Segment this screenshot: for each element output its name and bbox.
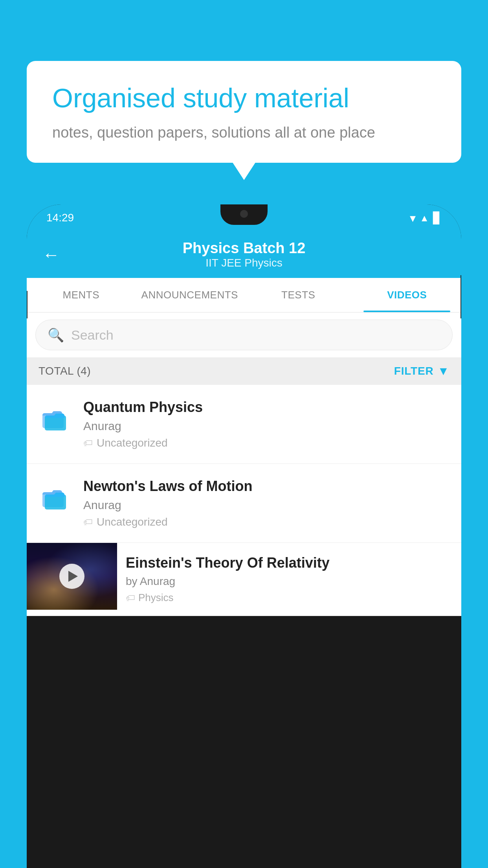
- tabs-bar: MENTS ANNOUNCEMENTS TESTS VIDEOS: [27, 278, 461, 313]
- phone-screen: 14:29 ← Physics Batch 12 IIT JEE Physics…: [27, 204, 461, 868]
- status-icons: [410, 211, 442, 225]
- folder-icon-quantum: [38, 401, 72, 436]
- search-bar[interactable]: 🔍 Search: [35, 320, 453, 350]
- speech-bubble-subtext: notes, question papers, solutions all at…: [52, 124, 436, 141]
- speech-bubble-heading: Organised study material: [52, 83, 436, 113]
- item-author-quantum: Anurag: [83, 419, 450, 433]
- phone-frame: 14:29 ← Physics Batch 12 IIT JEE Physics…: [27, 204, 461, 868]
- search-bar-wrapper: 🔍 Search: [27, 313, 461, 357]
- search-input[interactable]: Search: [71, 327, 114, 343]
- video-author-einstein: by Anurag: [126, 575, 453, 588]
- filter-row: TOTAL (4) FILTER ▼: [27, 357, 461, 385]
- phone-notch: [220, 204, 268, 225]
- speech-bubble: Organised study material notes, question…: [27, 61, 461, 163]
- total-count-label: TOTAL (4): [39, 365, 91, 377]
- item-content-newton: Newton's Laws of Motion Anurag 🏷 Uncateg…: [83, 478, 450, 528]
- list-item[interactable]: Quantum Physics Anurag 🏷 Uncategorized: [27, 385, 461, 464]
- item-tag-newton: 🏷 Uncategorized: [83, 516, 450, 528]
- status-time: 14:29: [46, 211, 74, 224]
- item-title-newton: Newton's Laws of Motion: [83, 478, 450, 495]
- filter-button[interactable]: FILTER ▼: [394, 364, 449, 378]
- video-title-einstein: Einstein's Theory Of Relativity: [126, 555, 453, 571]
- batch-name: Physics Batch 12: [72, 240, 416, 257]
- signal-icon: [420, 211, 429, 224]
- filter-icon: ▼: [438, 364, 450, 378]
- front-camera: [240, 210, 248, 218]
- item-author-newton: Anurag: [83, 498, 450, 512]
- folder-icon-newton: [38, 480, 72, 515]
- video-tag-label-einstein: Physics: [138, 592, 174, 604]
- tag-icon: 🏷: [83, 517, 93, 528]
- video-thumbnail-einstein: [27, 543, 117, 610]
- item-tag-quantum: 🏷 Uncategorized: [83, 437, 450, 449]
- tab-tests[interactable]: TESTS: [244, 278, 353, 312]
- video-list: Quantum Physics Anurag 🏷 Uncategorized: [27, 385, 461, 616]
- list-item[interactable]: Newton's Laws of Motion Anurag 🏷 Uncateg…: [27, 464, 461, 543]
- video-content-einstein: Einstein's Theory Of Relativity by Anura…: [117, 543, 461, 616]
- tag-icon: 🏷: [83, 438, 93, 449]
- tab-videos[interactable]: VIDEOS: [353, 278, 462, 312]
- video-list-item[interactable]: Einstein's Theory Of Relativity by Anura…: [27, 543, 461, 616]
- item-title-quantum: Quantum Physics: [83, 399, 450, 416]
- batch-subtitle: IIT JEE Physics: [72, 257, 416, 269]
- app-bar-title: Physics Batch 12 IIT JEE Physics: [72, 240, 416, 269]
- tag-label-quantum: Uncategorized: [97, 437, 168, 449]
- tag-icon: 🏷: [126, 592, 135, 603]
- filter-label: FILTER: [394, 365, 434, 377]
- tab-ments[interactable]: MENTS: [27, 278, 136, 312]
- wifi-icon: [410, 211, 416, 225]
- search-icon: 🔍: [48, 327, 64, 343]
- tab-announcements[interactable]: ANNOUNCEMENTS: [136, 278, 244, 312]
- play-button[interactable]: [59, 564, 84, 589]
- video-tag-einstein: 🏷 Physics: [126, 592, 453, 604]
- back-button[interactable]: ←: [42, 245, 60, 265]
- item-content-quantum: Quantum Physics Anurag 🏷 Uncategorized: [83, 399, 450, 449]
- app-bar: ← Physics Batch 12 IIT JEE Physics: [27, 231, 461, 278]
- tag-label-newton: Uncategorized: [97, 516, 168, 528]
- battery-icon: [433, 211, 442, 224]
